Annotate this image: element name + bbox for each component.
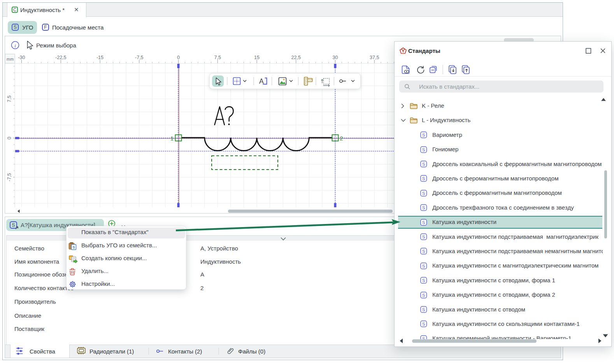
- svg-text:0: 0: [177, 55, 180, 60]
- svg-text:S: S: [12, 222, 15, 228]
- svg-text:Режим выбора: Режим выбора: [36, 42, 76, 49]
- svg-text:Свойства: Свойства: [30, 348, 56, 355]
- svg-text:Радиодетали (1): Радиодетали (1): [89, 348, 134, 355]
- svg-text:-22,5: -22,5: [55, 55, 67, 60]
- svg-text:1: 1: [170, 135, 174, 142]
- svg-text:S: S: [72, 245, 75, 249]
- svg-text:2: 2: [340, 135, 343, 142]
- svg-text:7,5: 7,5: [214, 55, 221, 60]
- svg-text:i: i: [14, 43, 16, 49]
- svg-text:22,5: 22,5: [291, 55, 301, 60]
- svg-text:30: 30: [333, 55, 338, 60]
- svg-text:-15: -15: [96, 55, 104, 60]
- svg-text:7,5: 7,5: [7, 96, 12, 102]
- svg-text:15: 15: [254, 55, 260, 60]
- svg-text:mm: mm: [7, 57, 14, 61]
- svg-text:-30: -30: [18, 55, 25, 60]
- svg-text:-7,5: -7,5: [7, 173, 12, 182]
- svg-text:Контакты (2): Контакты (2): [168, 348, 202, 355]
- svg-text:Файлы (0): Файлы (0): [238, 348, 265, 355]
- svg-text:-7,5: -7,5: [135, 55, 144, 60]
- svg-text:0: 0: [7, 136, 12, 139]
- svg-text:37,5: 37,5: [370, 55, 379, 60]
